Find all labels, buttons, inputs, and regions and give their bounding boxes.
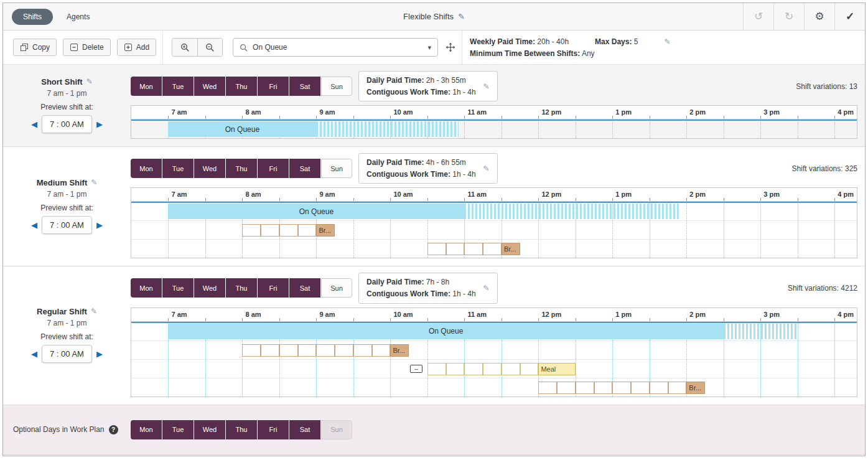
break-slot-cell[interactable] [242, 344, 261, 357]
copy-button[interactable]: Copy [13, 39, 57, 56]
edit-constraints-icon[interactable]: ✎ [664, 38, 670, 45]
day-button-sat[interactable]: Sat [289, 77, 320, 96]
day-button-fri[interactable]: Fri [258, 420, 289, 439]
break-slot-cell[interactable] [335, 344, 353, 357]
day-button-sat[interactable]: Sat [289, 159, 320, 178]
preview-time-value[interactable]: 7 : 00 AM [42, 345, 92, 363]
day-button-tue[interactable]: Tue [162, 278, 194, 298]
break-slot-cell[interactable] [483, 243, 502, 255]
day-button-mon[interactable]: Mon [131, 77, 162, 96]
timeline-hours-header: 7 am8 am9 am10 am11 am12 pm1 pm2 pm3 pm4… [131, 308, 857, 322]
break-slot-cell[interactable] [261, 344, 279, 357]
day-button-thu[interactable]: Thu [226, 159, 257, 178]
day-button-wed[interactable]: Wed [194, 420, 225, 439]
day-button-thu[interactable]: Thu [226, 77, 257, 96]
edit-title-icon[interactable]: ✎ [458, 12, 465, 21]
break-slot-cell[interactable] [464, 243, 483, 255]
help-question-icon[interactable]: ? [109, 425, 118, 434]
break-slot-cell[interactable] [261, 224, 279, 237]
preview-time-value[interactable]: 7 : 00 AM [42, 115, 92, 133]
break-block[interactable]: Br... [316, 224, 335, 237]
add-button[interactable]: Add [117, 39, 156, 56]
break-block[interactable]: Br... [686, 382, 705, 394]
on-queue-bar[interactable]: On Queue [168, 204, 464, 219]
edit-paid-time-icon[interactable]: ✎ [483, 83, 490, 90]
timeline-row-break: Br... [131, 220, 857, 239]
break-slot-cell[interactable] [316, 344, 335, 357]
break-slot-cell[interactable] [298, 344, 317, 357]
preview-time-value[interactable]: 7 : 00 AM [42, 216, 92, 234]
day-button-mon[interactable]: Mon [131, 278, 162, 298]
gear-icon[interactable]: ⚙ [804, 3, 834, 30]
meal-slot-cell[interactable] [464, 363, 483, 375]
day-button-sat[interactable]: Sat [289, 420, 320, 439]
hour-label: 4 pm [834, 190, 854, 198]
edit-paid-time-icon[interactable]: ✎ [483, 165, 490, 172]
day-button-sun[interactable]: Sun [321, 159, 352, 178]
tab-agents[interactable]: Agents [59, 9, 97, 25]
activity-search-select[interactable]: On Queue ▾ [233, 38, 438, 57]
next-time-arrow[interactable]: ▶ [96, 120, 103, 129]
break-slot-cell[interactable] [594, 382, 613, 394]
break-slot-cell[interactable] [353, 344, 372, 357]
next-time-arrow[interactable]: ▶ [96, 349, 103, 359]
meal-block[interactable]: Meal [538, 363, 575, 375]
validate-check-icon[interactable]: ✓ [834, 3, 865, 30]
meal-slot-cell[interactable] [520, 363, 539, 375]
break-slot-cell[interactable] [279, 344, 298, 357]
zoom-out-button[interactable] [197, 39, 222, 56]
break-slot-cell[interactable] [576, 382, 594, 394]
break-slot-cell[interactable] [279, 224, 298, 237]
day-button-sun[interactable]: Sun [321, 77, 352, 96]
edit-paid-time-icon[interactable]: ✎ [483, 284, 490, 292]
day-button-wed[interactable]: Wed [194, 278, 225, 298]
meal-slot-cell[interactable] [502, 363, 520, 375]
break-slot-cell[interactable] [650, 382, 668, 394]
day-button-fri[interactable]: Fri [258, 77, 289, 96]
day-button-thu[interactable]: Thu [226, 420, 257, 439]
edit-shift-icon[interactable]: ✎ [91, 307, 97, 315]
day-button-tue[interactable]: Tue [162, 159, 194, 178]
day-button-tue[interactable]: Tue [162, 77, 194, 96]
break-slot-cell[interactable] [538, 382, 557, 394]
redo-icon[interactable]: ↻ [773, 3, 804, 30]
meal-slot-cell[interactable] [446, 363, 465, 375]
previous-time-arrow[interactable]: ◀ [31, 120, 37, 129]
day-button-fri[interactable]: Fri [258, 159, 289, 178]
day-button-sun[interactable]: Sun [321, 278, 352, 298]
meal-slot-cell[interactable] [427, 363, 446, 375]
on-queue-bar[interactable]: On Queue [168, 121, 316, 137]
next-time-arrow[interactable]: ▶ [96, 220, 103, 230]
meal-slot-cell[interactable] [483, 363, 502, 375]
on-queue-bar[interactable]: On Queue [168, 324, 723, 339]
day-button-mon[interactable]: Mon [131, 159, 162, 178]
break-slot-cell[interactable] [242, 224, 261, 237]
edit-shift-icon[interactable]: ✎ [91, 179, 97, 186]
break-slot-cell[interactable] [612, 382, 631, 394]
undo-icon[interactable]: ↺ [743, 3, 773, 30]
break-slot-cell[interactable] [298, 224, 317, 237]
previous-time-arrow[interactable]: ◀ [31, 349, 37, 359]
break-block[interactable]: Br... [390, 344, 409, 357]
day-button-wed[interactable]: Wed [194, 77, 225, 96]
edit-shift-icon[interactable]: ✎ [86, 78, 93, 85]
break-block[interactable]: Br... [502, 243, 520, 255]
day-button-wed[interactable]: Wed [194, 159, 225, 178]
pan-move-button[interactable] [446, 42, 455, 52]
break-slot-cell[interactable] [668, 382, 687, 394]
break-slot-cell[interactable] [446, 243, 465, 255]
break-slot-cell[interactable] [372, 344, 391, 357]
zoom-in-button[interactable] [172, 39, 197, 56]
tab-shifts[interactable]: Shifts [12, 9, 53, 25]
day-button-mon[interactable]: Mon [131, 420, 162, 439]
day-button-thu[interactable]: Thu [226, 278, 257, 298]
day-button-tue[interactable]: Tue [162, 420, 194, 439]
break-slot-cell[interactable] [427, 243, 446, 255]
break-slot-cell[interactable] [557, 382, 576, 394]
previous-time-arrow[interactable]: ◀ [31, 220, 37, 230]
day-button-sat[interactable]: Sat [289, 278, 320, 298]
hour-label: 12 pm [538, 190, 561, 198]
day-button-fri[interactable]: Fri [258, 278, 289, 298]
break-slot-cell[interactable] [631, 382, 650, 394]
delete-button[interactable]: Delete [63, 39, 111, 56]
